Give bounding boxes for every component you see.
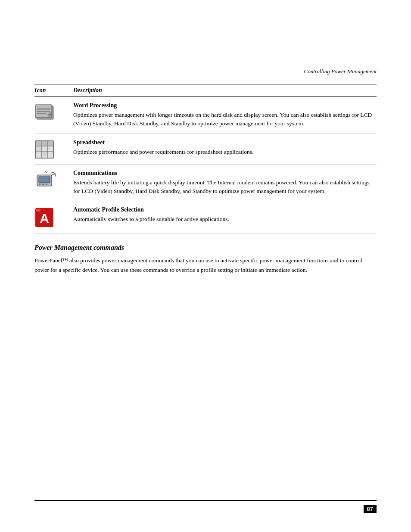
svg-rect-12 [35,141,53,146]
header-text: Controlling Power Management [304,68,377,75]
col-icon-label: Icon [34,87,46,93]
auto-profile-icon: A [34,207,54,228]
page: Controlling Power Management Icon Descri… [0,0,411,532]
svg-line-20 [43,171,46,173]
word-processing-icon [34,103,57,122]
col-desc-label: Description [73,87,102,93]
svg-point-17 [39,184,40,185]
desc-cell-auto-profile: Automatic Profile Selection Automaticall… [73,206,377,224]
main-content: Icon Description [34,84,377,274]
icon-table: Icon Description [34,84,377,233]
table-row: Communications Extends battery life by i… [34,165,377,202]
svg-point-19 [46,184,47,185]
svg-text:A: A [40,211,49,225]
svg-rect-16 [39,177,50,183]
entry-body-auto-profile: Automatically switches to a profile suit… [73,215,377,224]
page-header: Controlling Power Management [34,68,377,75]
table-row: Word Processing Optimizes power manageme… [34,97,377,134]
desc-cell-word-processing: Word Processing Optimizes power manageme… [73,102,377,128]
icon-cell-communications [34,170,73,190]
icon-cell-auto-profile: A [34,206,73,228]
table-row: Spreadsheet Optimizes performance and po… [34,134,377,165]
entry-title-spreadsheet: Spreadsheet [73,139,377,146]
svg-line-21 [46,171,47,173]
table-header-row: Icon Description [34,84,377,97]
entry-body-communications: Extends battery life by initiating a qui… [73,178,377,196]
entry-title-word-processing: Word Processing [73,102,377,109]
col-desc-header: Description [73,87,377,94]
bottom-rule [34,500,377,501]
spreadsheet-icon [34,140,54,159]
entry-title-auto-profile: Automatic Profile Selection [73,206,377,213]
col-icon-header: Icon [34,87,73,94]
table-row: A Automatic Profile Selection Automatica… [34,201,377,233]
entry-title-communications: Communications [73,170,377,177]
entry-body-spreadsheet: Optimizes performance and power requirem… [73,148,377,156]
page-number: 87 [364,505,377,513]
svg-rect-14 [42,152,47,156]
section-heading: Power Management commands [34,244,377,252]
icon-cell-spreadsheet [34,139,73,159]
top-rule [34,64,377,64]
svg-point-18 [42,184,44,185]
communications-icon [34,171,57,190]
svg-rect-24 [36,209,40,212]
entry-body-word-processing: Optimizes power management with longer t… [73,111,377,128]
icon-cell-word-processing [34,102,73,122]
svg-rect-13 [36,146,41,151]
section-body: PowerPanel™ also provides power manageme… [34,256,377,274]
desc-cell-spreadsheet: Spreadsheet Optimizes performance and po… [73,139,377,156]
desc-cell-communications: Communications Extends battery life by i… [73,170,377,196]
